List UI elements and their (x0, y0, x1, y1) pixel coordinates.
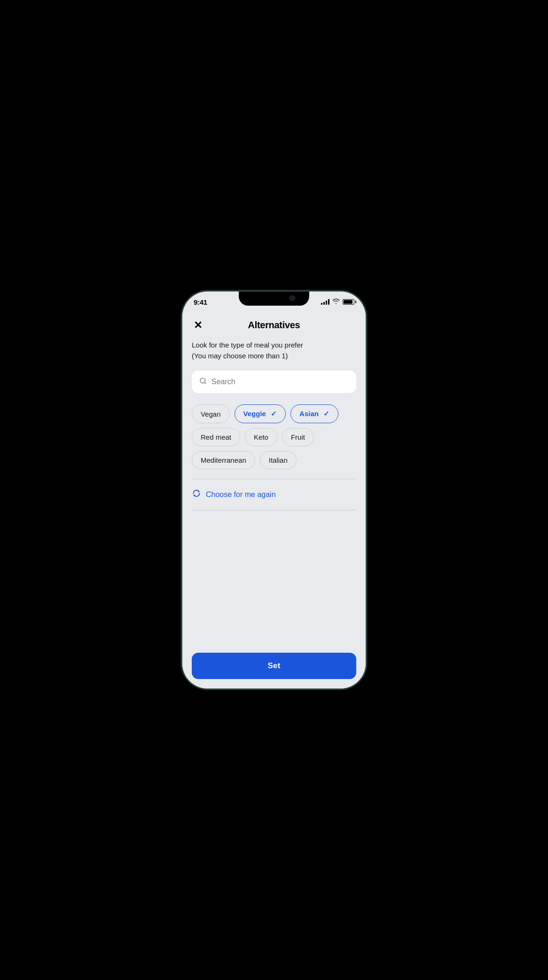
bottom-bar: Set (182, 647, 366, 688)
page-title: Alternatives (248, 320, 300, 331)
search-input[interactable] (211, 378, 349, 386)
set-button[interactable]: Set (192, 653, 356, 679)
divider-top (192, 479, 356, 479)
tags-area: Vegan Veggie ✓ Asian ✓ Red meat Keto Fru… (192, 404, 356, 469)
tags-row-2: Red meat Keto Fruit (192, 428, 356, 446)
tags-row-3: Mediterranean Italian (192, 451, 356, 469)
tag-fruit[interactable]: Fruit (282, 428, 314, 446)
signal-bars-icon (321, 299, 329, 305)
tag-veggie[interactable]: Veggie ✓ (235, 404, 286, 423)
refresh-icon (192, 489, 201, 500)
status-time: 9:41 (194, 298, 207, 306)
tag-keto[interactable]: Keto (245, 428, 277, 446)
tag-asian[interactable]: Asian ✓ (290, 404, 338, 423)
asian-check-icon: ✓ (323, 410, 329, 418)
app-content: ✕ Alternatives Look for the type of meal… (182, 312, 366, 688)
tag-red-meat[interactable]: Red meat (192, 428, 240, 446)
subtitle: Look for the type of meal you prefer (Yo… (192, 340, 356, 361)
tag-italian[interactable]: Italian (260, 451, 297, 469)
search-bar[interactable] (192, 371, 356, 393)
phone-frame: 9:41 (182, 292, 366, 688)
notch-camera (290, 295, 295, 301)
subtitle-line2: (You may choose more than 1) (192, 352, 288, 360)
phone-screen: 9:41 (182, 292, 366, 688)
battery-icon (343, 299, 354, 305)
notch (239, 292, 309, 306)
tags-row-1: Vegan Veggie ✓ Asian ✓ (192, 404, 356, 423)
header: ✕ Alternatives (182, 312, 366, 336)
tag-vegan[interactable]: Vegan (192, 404, 230, 423)
tag-mediterranean[interactable]: Mediterranean (192, 451, 255, 469)
choose-again-text[interactable]: Choose for me again (206, 490, 276, 499)
subtitle-line1: Look for the type of meal you prefer (192, 341, 303, 349)
close-button[interactable]: ✕ (192, 317, 204, 333)
scroll-body: Look for the type of meal you prefer (Yo… (182, 336, 366, 647)
content-spacer (192, 518, 356, 574)
search-icon (199, 377, 207, 387)
choose-again-row[interactable]: Choose for me again (192, 487, 356, 502)
status-icons (321, 299, 354, 306)
wifi-icon (332, 299, 340, 306)
divider-bottom (192, 510, 356, 510)
veggie-check-icon: ✓ (271, 410, 277, 418)
